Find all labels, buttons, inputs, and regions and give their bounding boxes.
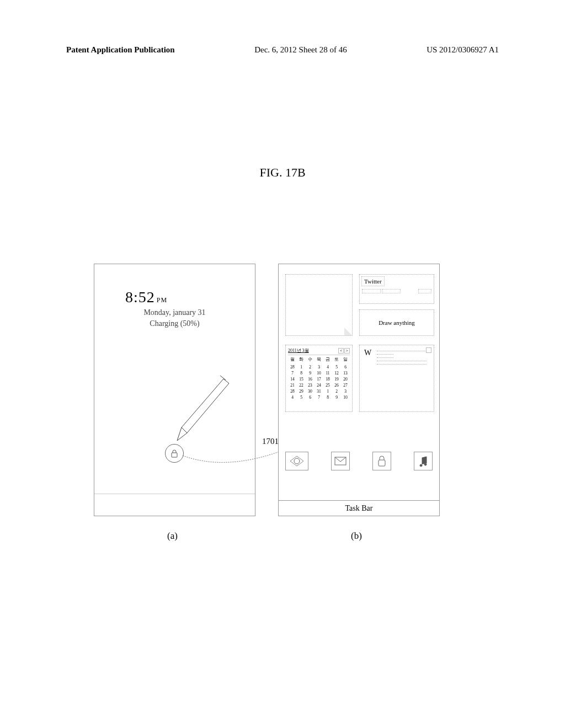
- figure-title: FIG. 17B: [259, 165, 305, 180]
- page-curl-icon: [344, 328, 352, 335]
- camera-icon: [289, 455, 305, 467]
- placeholder-line: [377, 357, 393, 358]
- unlock-button[interactable]: [165, 444, 184, 463]
- placeholder-line: [377, 351, 427, 352]
- calendar-date[interactable]: 10: [315, 370, 323, 376]
- draw-widget[interactable]: Draw anything: [359, 309, 434, 336]
- calendar-date[interactable]: 10: [341, 394, 350, 400]
- panel-a-label: (a): [167, 531, 178, 542]
- placeholder-line: [362, 289, 381, 293]
- calendar-day-headers: 월화수목금토일: [288, 356, 350, 363]
- calendar-date[interactable]: 15: [297, 376, 306, 382]
- calendar-date[interactable]: 22: [297, 382, 306, 388]
- placeholder-line: [377, 354, 393, 355]
- calendar-date[interactable]: 28: [288, 388, 297, 394]
- calendar-date[interactable]: 27: [341, 382, 350, 388]
- homescreen-panel: Twitter Draw anything 2011년 3월 <> 월화수목금토…: [278, 264, 440, 516]
- calendar-date[interactable]: 2: [306, 364, 315, 370]
- sticky-note-widget[interactable]: [285, 274, 353, 336]
- lockscreen-panel: 8:52PM Monday, january 31 Charging (50%): [94, 264, 255, 516]
- calendar-prev-button[interactable]: <: [338, 348, 344, 354]
- header-right: US 2012/0306927 A1: [427, 45, 499, 55]
- close-icon[interactable]: [426, 347, 431, 353]
- calendar-day-header: 수: [306, 356, 315, 363]
- calendar-day-header: 토: [332, 356, 341, 363]
- envelope-icon: [334, 457, 347, 465]
- calendar-date[interactable]: 13: [341, 370, 350, 376]
- calendar-date[interactable]: 8: [323, 394, 332, 400]
- security-app-icon[interactable]: [372, 452, 391, 470]
- taskbar[interactable]: Task Bar: [279, 500, 439, 516]
- calendar-date[interactable]: 24: [315, 382, 323, 388]
- calendar-date[interactable]: 6: [341, 364, 350, 370]
- calendar-date[interactable]: 1: [323, 388, 332, 394]
- clock-date: Monday, january 31: [143, 308, 205, 317]
- calendar-date[interactable]: 31: [315, 388, 323, 394]
- header-center: Dec. 6, 2012 Sheet 28 of 46: [254, 45, 347, 55]
- music-app-icon[interactable]: [414, 452, 433, 470]
- calendar-day-header: 금: [323, 356, 332, 363]
- pencil-icon: [172, 369, 232, 446]
- svg-rect-3: [172, 453, 177, 457]
- weather-widget[interactable]: W: [359, 345, 434, 412]
- calendar-date[interactable]: 16: [306, 376, 315, 382]
- calendar-date[interactable]: 8: [297, 370, 306, 376]
- calendar-date[interactable]: 4: [288, 394, 297, 400]
- calendar-date[interactable]: 26: [332, 382, 341, 388]
- calendar-date[interactable]: 20: [341, 376, 350, 382]
- calendar-date[interactable]: 30: [306, 388, 315, 394]
- calendar-day-header: 일: [341, 356, 350, 363]
- calendar-date[interactable]: 2: [332, 388, 341, 394]
- calendar-date[interactable]: 3: [315, 364, 323, 370]
- calendar-date[interactable]: 9: [332, 394, 341, 400]
- calendar-date[interactable]: 9: [306, 370, 315, 376]
- placeholder-line: [418, 289, 431, 293]
- calendar-date[interactable]: 11: [323, 370, 332, 376]
- placeholder-line: [382, 289, 401, 293]
- calendar-date[interactable]: 21: [288, 382, 297, 388]
- lockscreen-footer: [94, 494, 255, 516]
- draw-widget-label: Draw anything: [379, 319, 415, 326]
- calendar-date[interactable]: 3: [341, 388, 350, 394]
- svg-line-1: [182, 427, 187, 433]
- weather-letter: W: [364, 349, 371, 357]
- twitter-widget[interactable]: Twitter: [359, 274, 434, 304]
- calendar-date[interactable]: 14: [288, 376, 297, 382]
- calendar-date[interactable]: 7: [315, 394, 323, 400]
- clock-time: 8:52PM: [125, 288, 167, 306]
- calendar-date[interactable]: 12: [332, 370, 341, 376]
- calendar-date[interactable]: 19: [332, 376, 341, 382]
- calendar-date[interactable]: 17: [315, 376, 323, 382]
- taskbar-label: Task Bar: [345, 504, 373, 513]
- calendar-date[interactable]: 25: [323, 382, 332, 388]
- calendar-month: 2011년 3월: [288, 347, 309, 354]
- camera-app-icon[interactable]: [285, 452, 308, 470]
- doc-header: Patent Application Publication Dec. 6, 2…: [0, 45, 565, 55]
- calendar-next-button[interactable]: >: [344, 348, 350, 354]
- calendar-date[interactable]: 29: [297, 388, 306, 394]
- calendar-date[interactable]: 4: [323, 364, 332, 370]
- calendar-date[interactable]: 7: [288, 370, 297, 376]
- calendar-date[interactable]: 1: [297, 364, 306, 370]
- placeholder-line: [377, 364, 427, 365]
- calendar-date[interactable]: 5: [332, 364, 341, 370]
- app-icon-row: [285, 452, 433, 470]
- calendar-date[interactable]: 28: [288, 364, 297, 370]
- twitter-title: Twitter: [361, 276, 385, 286]
- svg-marker-0: [177, 379, 229, 441]
- lock-icon: [170, 449, 178, 458]
- mail-app-icon[interactable]: [331, 452, 350, 470]
- reference-numeral: 1701: [262, 437, 279, 446]
- calendar-date[interactable]: 18: [323, 376, 332, 382]
- header-left: Patent Application Publication: [66, 45, 175, 55]
- panel-b-label: (b): [351, 531, 362, 542]
- svg-rect-6: [379, 460, 385, 466]
- placeholder-line: [377, 361, 427, 362]
- svg-point-4: [294, 458, 300, 464]
- calendar-date[interactable]: 6: [306, 394, 315, 400]
- calendar-widget[interactable]: 2011년 3월 <> 월화수목금토일 28123456789101112131…: [285, 345, 353, 412]
- calendar-dates: 2812345678910111213141516171819202122232…: [288, 364, 350, 400]
- lock-icon: [377, 455, 386, 467]
- calendar-date[interactable]: 5: [297, 394, 306, 400]
- calendar-date[interactable]: 23: [306, 382, 315, 388]
